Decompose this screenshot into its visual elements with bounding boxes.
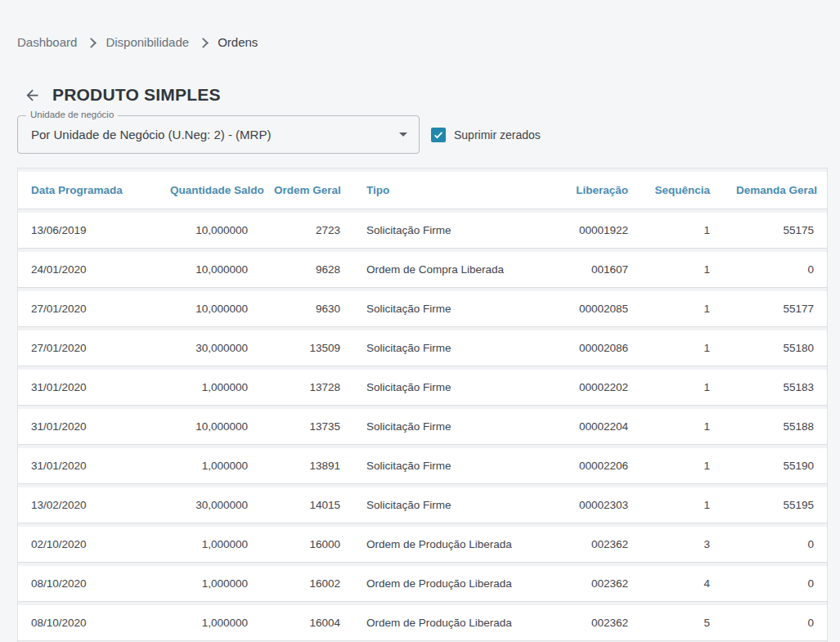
suppress-zeros-label: Suprimir zerados (454, 128, 541, 141)
column-header-liberacao[interactable]: Liberação (541, 172, 641, 209)
breadcrumb-item-dashboard[interactable]: Dashboard (17, 35, 77, 49)
cell-sequencia: 1 (641, 291, 723, 327)
cell-data-programada: 27/01/2020 (18, 291, 157, 327)
table-row[interactable]: 31/01/202010,00000013735Solicitação Firm… (18, 409, 827, 445)
chevron-down-icon (399, 132, 407, 137)
cell-liberacao: 002362 (541, 605, 641, 641)
cell-liberacao: 002362 (541, 527, 641, 563)
table-row[interactable]: 02/10/20201,00000016000Ordem de Produção… (18, 527, 827, 563)
cell-tipo: Ordem de Compra Liberada (353, 252, 541, 288)
table-header-row: Data ProgramadaQuantidade SaldoOrdem Ger… (18, 172, 827, 209)
cell-demanda-geral: 0 (723, 605, 827, 641)
cell-data-programada: 02/10/2020 (18, 527, 157, 563)
cell-liberacao: 00002204 (541, 409, 641, 445)
cell-sequencia: 1 (641, 252, 723, 288)
table-row[interactable]: 13/02/202030,00000014015Solicitação Firm… (18, 487, 827, 523)
cell-demanda-geral: 55180 (723, 330, 827, 366)
table-row[interactable]: 27/01/202030,00000013509Solicitação Firm… (18, 330, 827, 366)
cell-tipo: Solicitação Firme (353, 291, 541, 327)
table-row[interactable]: 24/01/202010,0000009628Ordem de Compra L… (18, 252, 827, 288)
cell-demanda-geral: 55177 (723, 291, 827, 327)
cell-quantidade-saldo: 1,000000 (157, 527, 261, 563)
column-header-sequencia[interactable]: Sequência (641, 172, 723, 209)
cell-demanda-geral: 55190 (723, 448, 827, 484)
cell-liberacao: 001607 (541, 252, 641, 288)
back-arrow-icon[interactable] (24, 87, 41, 104)
cell-tipo: Ordem de Produção Liberada (353, 566, 541, 602)
cell-demanda-geral: 55175 (723, 213, 827, 249)
cell-data-programada: 31/01/2020 (18, 370, 157, 406)
cell-tipo: Solicitação Firme (353, 487, 541, 523)
table-row[interactable]: 31/01/20201,00000013891Solicitação Firme… (18, 448, 827, 484)
cell-tipo: Ordem de Produção Liberada (353, 605, 541, 641)
cell-demanda-geral: 55188 (723, 409, 827, 445)
cell-sequencia: 1 (641, 370, 723, 406)
cell-demanda-geral: 55183 (723, 370, 827, 406)
table-row[interactable]: 08/10/20201,00000016004Ordem de Produção… (18, 605, 827, 641)
cell-quantidade-saldo: 10,000000 (157, 291, 261, 327)
cell-ordem-geral: 13891 (261, 448, 353, 484)
column-header-data-programada[interactable]: Data Programada (18, 172, 157, 209)
cell-liberacao: 002362 (541, 566, 641, 602)
cell-quantidade-saldo: 1,000000 (157, 370, 261, 406)
cell-quantidade-saldo: 10,000000 (157, 252, 261, 288)
breadcrumb-item-ordens[interactable]: Ordens (218, 35, 258, 49)
cell-tipo: Solicitação Firme (353, 409, 541, 445)
cell-demanda-geral: 0 (723, 527, 827, 563)
cell-liberacao: 00002085 (541, 291, 641, 327)
cell-tipo: Solicitação Firme (353, 370, 541, 406)
orders-table-grid: Data ProgramadaQuantidade SaldoOrdem Ger… (18, 168, 827, 642)
cell-liberacao: 00002206 (541, 448, 641, 484)
cell-data-programada: 31/01/2020 (18, 448, 157, 484)
checkbox-checked-icon[interactable] (431, 128, 446, 142)
cell-ordem-geral: 13509 (261, 330, 353, 366)
cell-demanda-geral: 0 (723, 252, 827, 288)
business-unit-select-label: Unidade de negócio (26, 110, 118, 119)
cell-ordem-geral: 13735 (261, 409, 353, 445)
column-header-quantidade-saldo[interactable]: Quantidade Saldo (157, 172, 261, 209)
breadcrumb: DashboardDisponibilidadeOrdens (17, 35, 828, 49)
cell-tipo: Solicitação Firme (353, 448, 541, 484)
table-row[interactable]: 31/01/20201,00000013728Solicitação Firme… (18, 370, 827, 406)
cell-ordem-geral: 9630 (261, 291, 353, 327)
cell-data-programada: 24/01/2020 (18, 252, 157, 288)
cell-sequencia: 5 (641, 605, 723, 641)
column-header-demanda-geral[interactable]: Demanda Geral (723, 172, 827, 209)
cell-sequencia: 1 (641, 409, 723, 445)
cell-ordem-geral: 14015 (261, 487, 353, 523)
cell-quantidade-saldo: 30,000000 (157, 330, 261, 366)
cell-data-programada: 27/01/2020 (18, 330, 157, 366)
cell-quantidade-saldo: 30,000000 (157, 487, 261, 523)
chevron-right-icon (87, 38, 97, 48)
breadcrumb-item-disponibilidade[interactable]: Disponibilidade (106, 35, 189, 49)
business-unit-select[interactable]: Unidade de negócio Por Unidade de Negóci… (17, 115, 420, 154)
orders-table: Data ProgramadaQuantidade SaldoOrdem Ger… (17, 168, 828, 642)
cell-data-programada: 31/01/2020 (18, 409, 157, 445)
page-title: PRODUTO SIMPLES (52, 85, 221, 105)
cell-data-programada: 08/10/2020 (18, 605, 157, 641)
table-row[interactable]: 27/01/202010,0000009630Solicitação Firme… (18, 291, 827, 327)
cell-data-programada: 08/10/2020 (18, 566, 157, 602)
cell-ordem-geral: 13728 (261, 370, 353, 406)
cell-liberacao: 00002303 (541, 487, 641, 523)
column-header-ordem-geral[interactable]: Ordem Geral (261, 172, 353, 209)
cell-quantidade-saldo: 10,000000 (157, 409, 261, 445)
cell-sequencia: 1 (641, 448, 723, 484)
cell-data-programada: 13/06/2019 (18, 213, 157, 249)
cell-data-programada: 13/02/2020 (18, 487, 157, 523)
column-header-tipo[interactable]: Tipo (353, 172, 541, 209)
cell-demanda-geral: 55195 (723, 487, 827, 523)
table-row[interactable]: 08/10/20201,00000016002Ordem de Produção… (18, 566, 827, 602)
cell-ordem-geral: 9628 (261, 252, 353, 288)
cell-quantidade-saldo: 1,000000 (157, 448, 261, 484)
cell-quantidade-saldo: 1,000000 (157, 605, 261, 641)
page: DashboardDisponibilidadeOrdens PRODUTO S… (0, 35, 840, 642)
cell-quantidade-saldo: 10,000000 (157, 213, 261, 249)
cell-sequencia: 1 (641, 330, 723, 366)
title-row: PRODUTO SIMPLES (24, 85, 828, 105)
business-unit-select-value: Por Unidade de Negócio (U.Neg: 2) - (MRP… (31, 128, 271, 141)
table-row[interactable]: 13/06/201910,0000002723Solicitação Firme… (18, 213, 827, 249)
cell-sequencia: 1 (641, 487, 723, 523)
cell-tipo: Solicitação Firme (353, 213, 541, 249)
suppress-zeros-checkbox[interactable]: Suprimir zerados (431, 128, 541, 142)
